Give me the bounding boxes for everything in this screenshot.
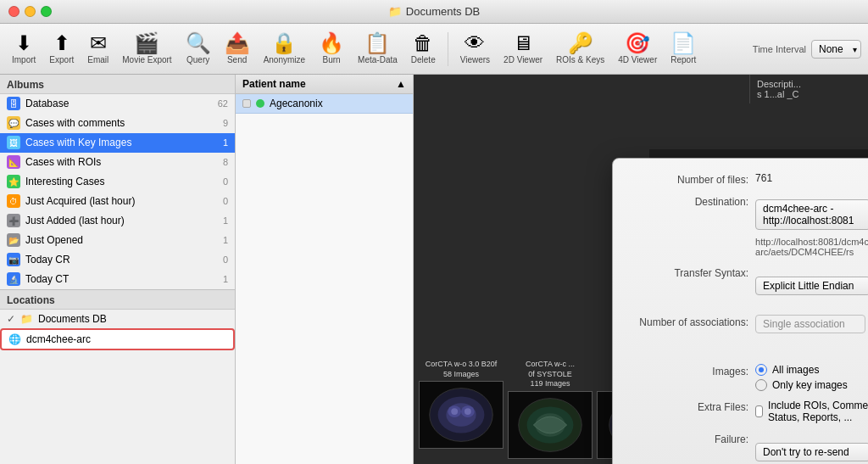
patient-panel: Patient name ▲ Agecanonix: [236, 75, 414, 464]
anonymize-button[interactable]: 🔒 Anonymize: [259, 30, 310, 68]
2d-viewer-icon: 🖥: [513, 33, 533, 53]
query-button[interactable]: 🔍 Query: [181, 30, 216, 68]
extra-files-checkbox[interactable]: [755, 405, 763, 417]
description-label: Descripti...: [757, 79, 861, 89]
image-thumb-img-2: [508, 391, 593, 459]
key-images-radio[interactable]: Only key images: [755, 379, 848, 391]
delete-button[interactable]: 🗑 Delete: [406, 30, 441, 68]
movie-icon: 🎬: [134, 33, 159, 53]
location-dcm4chee[interactable]: 🌐 dcm4chee-arc: [0, 328, 235, 350]
maximize-button[interactable]: [41, 6, 52, 17]
email-button[interactable]: ✉ Email: [82, 30, 114, 68]
database-icon: 🗄: [7, 97, 20, 110]
time-interval-select-wrapper[interactable]: None: [811, 40, 861, 59]
just-opened-icon: 📂: [7, 233, 20, 247]
burn-icon: 🔥: [319, 33, 344, 53]
images-radio-group: All images Only key images: [755, 364, 848, 391]
failure-select[interactable]: Don't try to re-send: [755, 443, 868, 461]
toolbar-separator-1: [448, 32, 448, 66]
sidebar-item-just-added[interactable]: ➕ Just Added (last hour) 1: [0, 211, 235, 231]
main-content: Albums 🗄 Database 62 💬 Cases with commen…: [0, 75, 868, 464]
sidebar-item-cases-rois[interactable]: 📐 Cases with ROIs 8: [0, 153, 235, 172]
patient-list: Agecanonix: [236, 94, 413, 464]
image-thumb-img-1: [419, 381, 504, 449]
extra-files-checkbox-row[interactable]: Include ROIs, Comments, Status, Reports,…: [755, 400, 868, 423]
sidebar-item-cases-key-images[interactable]: 🖼 Cases with Key Images 1: [0, 133, 235, 153]
export-button[interactable]: ⬆ Export: [44, 30, 79, 68]
sidebar-item-just-opened[interactable]: 📂 Just Opened 1: [0, 231, 235, 250]
today-ct-icon: 🔬: [7, 272, 20, 286]
query-icon: 🔍: [186, 33, 211, 53]
svg-point-6: [451, 408, 458, 415]
window-controls[interactable]: [8, 6, 52, 17]
dcm4chee-icon: 🌐: [8, 333, 21, 345]
send-icon: 📤: [225, 33, 250, 53]
cases-rois-icon: 📐: [7, 155, 20, 169]
albums-header: Albums: [0, 75, 235, 94]
metadata-icon: 📋: [364, 33, 390, 53]
failure-row: Failure: Don't try to re-send ▲ ▼: [630, 432, 868, 464]
extra-files-row: Extra Files: Include ROIs, Comments, Sta…: [630, 400, 868, 423]
4d-viewer-button[interactable]: 🎯 4D Viewer: [613, 30, 662, 68]
close-button[interactable]: [8, 6, 19, 17]
toolbar: ⬇ Import ⬆ Export ✉ Email 🎬 Movie Export…: [0, 24, 868, 75]
locations-header: Locations: [0, 290, 235, 310]
2d-viewer-button[interactable]: 🖥 2D Viewer: [498, 30, 548, 68]
sidebar-item-database[interactable]: 🗄 Database 62: [0, 94, 235, 114]
images-row: Images: All images Only key images: [630, 364, 868, 391]
send-dialog: Number of files: 761 Destination: dcm4ch…: [612, 158, 868, 464]
export-icon: ⬆: [53, 33, 70, 53]
titlebar: 📁 Documents DB: [0, 0, 868, 24]
4d-viewer-icon: 🎯: [625, 33, 650, 53]
destination-select[interactable]: dcm4chee-arc - http://localhost:8081: [755, 199, 868, 230]
import-icon: ⬇: [15, 33, 32, 53]
patient-status-rect: [242, 99, 251, 108]
report-button[interactable]: 📄 Report: [665, 30, 701, 68]
documents-db-icon: 📁: [20, 313, 33, 325]
destination-row: Destination: dcm4chee-arc - http://local…: [630, 194, 868, 257]
just-acquired-icon: ⏱: [7, 194, 20, 208]
minimize-button[interactable]: [25, 6, 36, 17]
rois-keys-icon: 🔑: [568, 33, 593, 53]
image-thumb-1[interactable]: CorCTA w-o 3.0 B20f 58 Images: [419, 360, 504, 459]
movie-export-button[interactable]: 🎬 Movie Export: [117, 30, 176, 68]
delete-icon: 🗑: [413, 33, 433, 53]
num-associations-row: Number of associations: Single associati…: [630, 315, 868, 355]
burn-button[interactable]: 🔥 Burn: [314, 30, 349, 68]
viewers-button[interactable]: 👁 Viewers: [455, 30, 495, 68]
sidebar-item-today-cr[interactable]: 📷 Today CR 0: [0, 250, 235, 270]
sidebar-item-just-acquired[interactable]: ⏱ Just Acquired (last hour) 0: [0, 192, 235, 211]
patient-row-agecanonix[interactable]: Agecanonix: [236, 94, 413, 114]
image-thumb-header-2: CorCTA w-c ... 0f SYSTOLE 119 Images: [508, 360, 593, 389]
transfer-syntax-select[interactable]: Explicit Little Endian: [755, 277, 868, 295]
viewers-icon: 👁: [465, 33, 485, 53]
all-images-radio-dot[interactable]: [755, 364, 767, 376]
import-button[interactable]: ⬇ Import: [7, 30, 41, 68]
interesting-cases-icon: ⭐: [7, 175, 20, 188]
locations-section: Locations ✓ 📁 Documents DB 🌐 dcm4chee-ar…: [0, 289, 235, 350]
rois-keys-button[interactable]: 🔑 ROIs & Keys: [551, 30, 609, 68]
patient-status-green: [256, 99, 264, 108]
sidebar-item-cases-comments[interactable]: 💬 Cases with comments 9: [0, 114, 235, 133]
location-documents-db[interactable]: ✓ 📁 Documents DB: [0, 310, 235, 328]
sidebar-item-interesting-cases[interactable]: ⭐ Interesting Cases 0: [0, 172, 235, 192]
toolbar-right: Time Interval None: [753, 40, 861, 59]
sidebar-item-today-ct[interactable]: 🔬 Today CT 1: [0, 270, 235, 289]
image-thumb-2[interactable]: CorCTA w-c ... 0f SYSTOLE 119 Images: [508, 360, 593, 459]
patient-panel-header: Patient name ▲: [236, 75, 413, 94]
all-images-radio[interactable]: All images: [755, 364, 848, 376]
image-thumb-header-1: CorCTA w-o 3.0 B20f 58 Images: [419, 360, 504, 379]
window-title: 📁 Documents DB: [388, 5, 480, 18]
report-icon: 📄: [670, 33, 696, 53]
just-added-icon: ➕: [7, 214, 20, 227]
patient-name-header: Patient name: [242, 78, 306, 90]
sort-icon: ▲: [396, 78, 406, 90]
key-images-radio-dot[interactable]: [755, 379, 767, 391]
send-toolbar-button[interactable]: 📤 Send: [220, 30, 255, 68]
sidebar: Albums 🗄 Database 62 💬 Cases with commen…: [0, 75, 236, 464]
metadata-button[interactable]: 📋 Meta-Data: [353, 30, 403, 68]
cases-comments-icon: 💬: [7, 116, 20, 130]
time-interval-select[interactable]: None: [811, 40, 861, 59]
email-icon: ✉: [90, 33, 107, 53]
today-cr-icon: 📷: [7, 253, 20, 266]
